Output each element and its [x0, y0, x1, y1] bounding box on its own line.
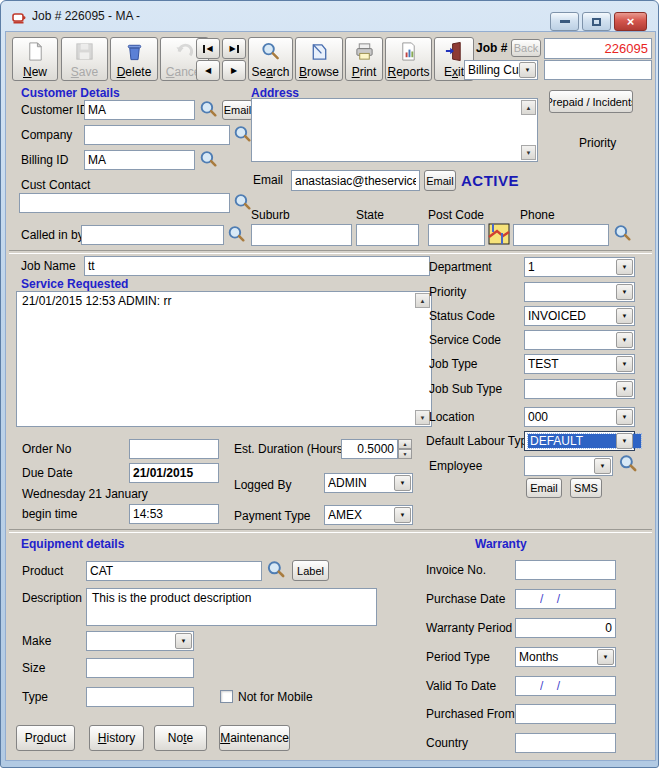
employee-search-icon[interactable] [617, 453, 639, 475]
type-input[interactable] [86, 687, 194, 707]
post-code-input[interactable] [428, 224, 485, 246]
scroll-down-icon[interactable]: ▼ [521, 145, 536, 160]
customer-id-search-icon[interactable] [198, 99, 219, 120]
purchased-from-input[interactable] [515, 704, 616, 724]
chevron-down-icon[interactable]: ▼ [394, 475, 411, 491]
job-name-input[interactable] [84, 256, 430, 276]
address-textarea[interactable]: ▲ ▼ [251, 98, 538, 162]
begin-time-input[interactable] [129, 504, 219, 524]
chevron-down-icon[interactable]: ▼ [519, 62, 536, 78]
nav-first-button[interactable]: ◀ [196, 38, 220, 59]
nav-prev-button[interactable]: ◀ [196, 60, 220, 81]
country-input[interactable] [515, 733, 616, 753]
minimize-button[interactable] [550, 12, 579, 31]
note-tab-button[interactable]: Note [154, 725, 207, 751]
billing-id-search-icon[interactable] [198, 149, 219, 170]
customer-email-button[interactable]: Email [222, 100, 253, 120]
logged-by-select[interactable]: ADMIN ▼ [324, 473, 413, 493]
priority-select[interactable]: ▼ [524, 282, 635, 302]
maintenance-tab-button[interactable]: Maintenance [219, 725, 290, 751]
payment-type-select[interactable]: AMEX ▼ [324, 505, 413, 525]
new-button[interactable]: New [12, 37, 58, 81]
job-number-field[interactable] [544, 38, 652, 59]
prepaid-incidents-button[interactable]: Prepaid / Incidents [549, 90, 633, 113]
phone-search-icon[interactable] [612, 223, 633, 244]
close-button[interactable]: × [614, 12, 647, 31]
make-select[interactable]: ▼ [86, 631, 194, 651]
product-tab-button[interactable]: Product [16, 725, 75, 751]
due-date-input[interactable] [129, 463, 219, 483]
suburb-input[interactable] [251, 224, 352, 246]
employee-select[interactable]: ▼ [524, 456, 613, 476]
valid-to-date-input[interactable] [515, 676, 616, 696]
label-button[interactable]: Label [292, 560, 329, 581]
est-duration-label: Est. Duration (Hours) [234, 442, 347, 456]
scroll-up-icon[interactable]: ▲ [521, 100, 536, 115]
department-select[interactable]: 1 ▼ [524, 257, 635, 277]
invoice-no-input[interactable] [515, 560, 616, 580]
billing-cust-select[interactable]: Billing Cust ▼ [464, 60, 538, 80]
chevron-down-icon[interactable]: ▼ [175, 633, 192, 649]
called-in-by-input[interactable] [81, 225, 224, 245]
spin-down-icon[interactable]: ▼ [398, 449, 412, 459]
status-code-select[interactable]: INVOICED ▼ [524, 306, 635, 326]
product-search-icon[interactable] [265, 559, 287, 581]
service-requested-textarea[interactable]: 21/01/2015 12:53 ADMIN: rr ▲ ▼ [16, 291, 432, 427]
valid-to-date-label: Valid To Date [426, 679, 496, 693]
job-sub-type-select[interactable]: ▼ [524, 379, 635, 399]
cust-contact-search-icon[interactable] [232, 192, 253, 213]
state-input[interactable] [356, 224, 419, 246]
service-code-select[interactable]: ▼ [524, 330, 635, 350]
print-button[interactable]: Print [345, 37, 383, 81]
map-icon[interactable] [488, 222, 510, 246]
email-input[interactable] [291, 170, 420, 191]
cust-contact-input[interactable] [19, 193, 230, 213]
address-email-button[interactable]: Email [424, 170, 456, 191]
employee-email-button[interactable]: Email [526, 478, 562, 498]
location-select[interactable]: 000 ▼ [524, 407, 635, 427]
warranty-period-input[interactable] [515, 618, 616, 638]
billing-id-input[interactable] [84, 150, 195, 170]
default-labour-type-select[interactable]: DEFAULT ▼ [524, 431, 635, 451]
scroll-down-icon[interactable]: ▼ [415, 410, 430, 425]
delete-button[interactable]: Delete [110, 37, 158, 81]
reports-button[interactable]: Reports [385, 37, 432, 81]
chevron-down-icon[interactable]: ▼ [597, 649, 614, 665]
chevron-down-icon[interactable]: ▼ [616, 356, 633, 372]
company-input[interactable] [84, 125, 230, 145]
size-input[interactable] [86, 658, 194, 678]
chevron-down-icon[interactable]: ▼ [616, 308, 633, 324]
est-duration-input[interactable] [341, 439, 398, 459]
chevron-down-icon[interactable]: ▼ [616, 284, 633, 300]
period-type-select[interactable]: Months ▼ [515, 647, 616, 667]
company-search-icon[interactable] [232, 124, 253, 145]
chevron-down-icon[interactable]: ▼ [616, 433, 633, 449]
chevron-down-icon[interactable]: ▼ [616, 381, 633, 397]
phone-input[interactable] [513, 224, 609, 246]
chevron-down-icon[interactable]: ▼ [616, 409, 633, 425]
description-textarea[interactable]: This is the product description [86, 588, 377, 626]
not-for-mobile-checkbox[interactable] [220, 690, 233, 703]
scroll-up-icon[interactable]: ▲ [415, 293, 430, 308]
job-number-alt-field[interactable] [544, 60, 652, 80]
nav-next-button[interactable]: ▶ [222, 60, 246, 81]
job-type-select[interactable]: TEST ▼ [524, 354, 635, 374]
purchase-date-input[interactable] [515, 589, 616, 609]
history-tab-button[interactable]: History [89, 725, 144, 751]
browse-button[interactable]: Browse [295, 37, 343, 81]
chevron-down-icon[interactable]: ▼ [394, 507, 411, 523]
order-no-input[interactable] [129, 439, 219, 459]
service-code-label: Service Code [429, 333, 501, 347]
nav-last-button[interactable]: ▶ [222, 38, 246, 59]
search-button[interactable]: Search [248, 37, 293, 81]
product-input[interactable] [86, 561, 262, 581]
employee-sms-button[interactable]: SMS [570, 478, 602, 498]
spin-up-icon[interactable]: ▲ [398, 439, 412, 449]
maximize-button[interactable] [582, 12, 611, 31]
chevron-down-icon[interactable]: ▼ [594, 458, 611, 474]
chevron-down-icon[interactable]: ▼ [616, 259, 633, 275]
customer-id-label: Customer ID [21, 103, 88, 117]
chevron-down-icon[interactable]: ▼ [616, 332, 633, 348]
called-in-by-search-icon[interactable] [226, 224, 247, 245]
customer-id-input[interactable] [84, 100, 195, 120]
